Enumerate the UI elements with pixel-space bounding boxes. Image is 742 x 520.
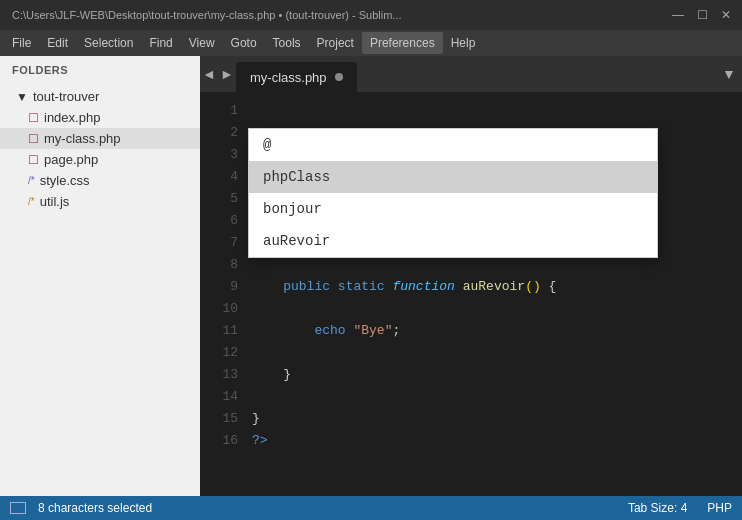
maximize-button[interactable]: ☐ (694, 7, 710, 23)
file-index-php[interactable]: ☐ index.php (0, 107, 200, 128)
menu-bar: FileEditSelectionFindViewGotoToolsProjec… (0, 30, 742, 56)
code-line-15: } (252, 408, 742, 430)
tab-size-status[interactable]: Tab Size: 4 (628, 501, 687, 515)
ac-item-aurevoir[interactable]: auRevoir (249, 225, 657, 257)
sidebar-header: FOLDERS (0, 56, 200, 84)
file-label: index.php (44, 110, 100, 125)
tab-nav-right[interactable]: ► (218, 56, 236, 92)
code-line-16: ?> (252, 430, 742, 452)
ac-item-phpclass[interactable]: phpClass (249, 161, 657, 193)
tab-nav-left[interactable]: ◄ (200, 56, 218, 92)
selection-status: 8 characters selected (38, 501, 152, 515)
file-style-css[interactable]: /* style.css (0, 170, 200, 191)
status-left: 8 characters selected (10, 501, 152, 515)
file-label: util.js (40, 194, 70, 209)
code-line-10 (252, 298, 742, 320)
close-button[interactable]: ✕ (718, 7, 734, 23)
ac-item-at[interactable]: @ (249, 129, 657, 161)
code-line-1 (252, 100, 742, 122)
code-line-14 (252, 386, 742, 408)
file-icon: ☐ (28, 111, 39, 125)
folder-label: tout-trouver (33, 89, 99, 104)
tab-overflow-button[interactable]: ▼ (716, 56, 742, 92)
code-editor[interactable]: @ phpClass bonjour auRevoir 1 2 3 4 5 6 … (200, 92, 742, 496)
status-right: Tab Size: 4 PHP (628, 501, 732, 515)
file-label: style.css (40, 173, 90, 188)
line-numbers: 1 2 3 4 5 6 7 8 9 10 11 12 13 14 15 16 (200, 92, 248, 496)
folder-arrow-icon: ▼ (16, 90, 28, 104)
autocomplete-dropdown[interactable]: @ phpClass bonjour auRevoir (248, 128, 658, 258)
menu-item-tools[interactable]: Tools (265, 32, 309, 54)
file-icon: /* (28, 175, 35, 186)
menu-item-preferences[interactable]: Preferences (362, 32, 443, 54)
tab-bar: ◄ ► my-class.php ▼ (200, 56, 742, 92)
title-text: C:\Users\JLF-WEB\Desktop\tout-trouver\my… (8, 9, 670, 21)
file-page-php[interactable]: ☐ page.php (0, 149, 200, 170)
menu-item-help[interactable]: Help (443, 32, 484, 54)
file-icon: /* (28, 196, 35, 207)
code-line-13: } (252, 364, 742, 386)
title-bar: C:\Users\JLF-WEB\Desktop\tout-trouver\my… (0, 0, 742, 30)
main-content: FOLDERS ▼ tout-trouver ☐ index.php ☐ my-… (0, 56, 742, 496)
file-label: my-class.php (44, 131, 121, 146)
status-icon (10, 502, 26, 514)
minimize-button[interactable]: — (670, 7, 686, 23)
folder-tree: ▼ tout-trouver ☐ index.php ☐ my-class.ph… (0, 84, 200, 496)
menu-item-file[interactable]: File (4, 32, 39, 54)
file-my-class-php[interactable]: ☐ my-class.php (0, 128, 200, 149)
sidebar: FOLDERS ▼ tout-trouver ☐ index.php ☐ my-… (0, 56, 200, 496)
file-label: page.php (44, 152, 98, 167)
tab-label: my-class.php (250, 70, 327, 85)
menu-item-goto[interactable]: Goto (223, 32, 265, 54)
menu-item-project[interactable]: Project (309, 32, 362, 54)
code-line-11: echo "Bye"; (252, 320, 742, 342)
ac-item-bonjour[interactable]: bonjour (249, 193, 657, 225)
menu-item-view[interactable]: View (181, 32, 223, 54)
folder-tout-trouver[interactable]: ▼ tout-trouver (0, 86, 200, 107)
file-icon: ☐ (28, 132, 39, 146)
menu-item-find[interactable]: Find (141, 32, 180, 54)
menu-item-selection[interactable]: Selection (76, 32, 141, 54)
status-bar: 8 characters selected Tab Size: 4 PHP (0, 496, 742, 520)
tab-my-class-php[interactable]: my-class.php (236, 62, 357, 92)
editor-area: ◄ ► my-class.php ▼ @ phpClass bonjour au… (200, 56, 742, 496)
file-icon: ☐ (28, 153, 39, 167)
language-status[interactable]: PHP (707, 501, 732, 515)
code-line-9: public static function auRevoir() { (252, 276, 742, 298)
code-line-12 (252, 342, 742, 364)
menu-item-edit[interactable]: Edit (39, 32, 76, 54)
file-util-js[interactable]: /* util.js (0, 191, 200, 212)
tab-close-dot[interactable] (335, 73, 343, 81)
